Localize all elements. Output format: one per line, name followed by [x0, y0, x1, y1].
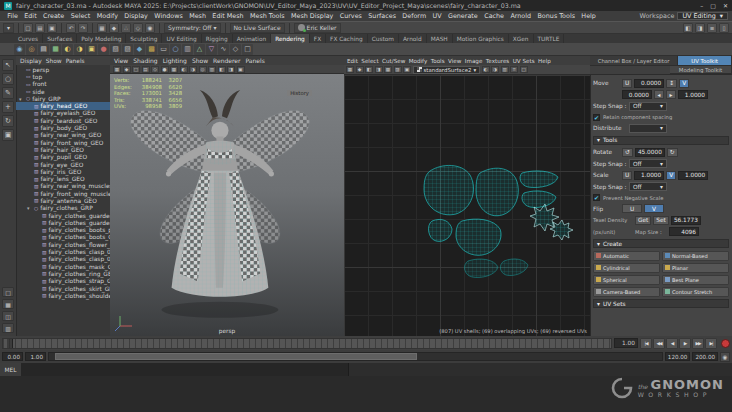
layout-split-lr-icon[interactable]: ◫ [2, 311, 14, 321]
uv-menu-item[interactable]: View [448, 58, 461, 64]
shelf-camera-icon[interactable]: ▭ [158, 44, 169, 55]
symmetry-dropdown[interactable]: Symmetry: Off ▾ [164, 23, 220, 33]
outliner-item[interactable]: ▭ side [16, 88, 110, 95]
tab-uv-toolkit[interactable]: UV Toolkit [678, 56, 732, 66]
menu-item[interactable]: Curves [337, 12, 366, 20]
outliner-item[interactable]: ▧ fairy_clothes_clasp_01_GEO1 [16, 248, 110, 255]
outliner-item[interactable]: ▧ fairy_pupil_GEO [16, 154, 110, 161]
menu-item[interactable]: Cache [481, 12, 507, 20]
uv-grid-icon[interactable]: ▦ [346, 66, 354, 73]
command-input[interactable] [22, 363, 349, 376]
menu-item[interactable]: Modify [94, 12, 122, 20]
viewport-menu-item[interactable]: Shading [133, 57, 157, 64]
animation-start-field[interactable]: 0.00 [2, 352, 23, 361]
decrement-button[interactable]: ◂ [654, 90, 664, 99]
uv-shells[interactable] [344, 75, 590, 336]
rotate-value-field[interactable]: 45.0000 [635, 148, 665, 157]
outliner-item[interactable]: ▧ fairy_clothes_ring_GEO [16, 270, 110, 277]
menu-item[interactable]: Help [578, 12, 599, 20]
auto-key-button[interactable] [721, 339, 730, 348]
selection-mask-dropdown[interactable]: ▾ [3, 23, 14, 33]
paint-select-tool-icon[interactable]: ✎ [2, 87, 14, 99]
workspace-dropdown[interactable]: UV Editing ▾ [677, 12, 728, 20]
uv-dim-icon[interactable]: ◐ [482, 66, 490, 73]
uv-menu-item[interactable]: Select [361, 58, 378, 64]
fairy-model[interactable] [110, 74, 344, 336]
outliner-item[interactable]: ▧ fairy_clothes_flower_GEO [16, 241, 110, 248]
step-forward-frame-button[interactable]: ▶▶ [692, 338, 704, 349]
shelf-plane-icon[interactable]: ▨ [122, 44, 133, 55]
spinner-icon[interactable]: ↕ [666, 79, 677, 88]
uv-menu-item[interactable]: Tools [431, 58, 445, 64]
menu-item[interactable]: Edit Mesh [209, 12, 247, 20]
snap-to-grid-icon[interactable]: ▦ [97, 23, 107, 33]
uv-menu-item[interactable]: Modify [409, 58, 428, 64]
uv-distortion-icon[interactable]: ▩ [384, 66, 392, 73]
outliner-item[interactable]: ▧ fairy_clothes_shoulder_gauntl [16, 292, 110, 299]
texel-set-button[interactable]: Set [653, 216, 669, 225]
shelf-tab[interactable]: Animation [233, 34, 272, 43]
menu-item[interactable]: Mesh Tools [247, 12, 288, 20]
playback-start-field[interactable]: 1.00 [25, 352, 46, 361]
layout-outliner-persp-icon[interactable]: ▥ [2, 323, 14, 333]
viewport-menu-item[interactable]: Lighting [163, 57, 187, 64]
menu-item[interactable]: Generate [445, 12, 481, 20]
projection-button[interactable]: Spherical [593, 275, 660, 285]
increment-button[interactable]: ▸ [666, 90, 676, 99]
rotate-tool-icon[interactable]: ↻ [2, 115, 14, 127]
outliner-item[interactable]: ▭ top [16, 73, 110, 80]
textured-icon[interactable]: ▩ [170, 66, 178, 73]
menu-item[interactable]: Surfaces [365, 12, 399, 20]
outliner-item[interactable]: ▧ fairy_clothes_strap_GEO1 [16, 278, 110, 285]
cap-icon[interactable]: ▣ [237, 66, 245, 73]
menu-item[interactable]: Bonus Tools [534, 12, 578, 20]
menu-item[interactable]: Windows [151, 12, 186, 20]
outliner-item[interactable]: ▧ fairy_antenna_GEO [16, 197, 110, 204]
step-snap-dropdown[interactable]: Off ▾ [629, 182, 667, 191]
outliner-item[interactable]: ▾ ○ fairy_clothes_GRP [16, 205, 110, 212]
outliner-menu-item[interactable]: Display [20, 58, 42, 64]
grid-toggle-icon[interactable]: ▤ [142, 66, 150, 73]
outliner-item[interactable]: ▧ fairy_rear_wing_muscles_GEO [16, 183, 110, 190]
uv-alpha-icon[interactable]: ◑ [491, 66, 499, 73]
shelf-volume-icon[interactable]: ▽ [206, 44, 217, 55]
live-surface-indicator[interactable]: No Live Surface [230, 23, 285, 33]
texel-get-button[interactable]: Get [635, 216, 651, 225]
projection-button[interactable]: Planar [662, 263, 729, 273]
redo-icon[interactable]: ↷ [78, 23, 88, 33]
shelf-shader-icon[interactable]: ◆ [134, 44, 145, 55]
viewport-menu-item[interactable]: Renderer [213, 57, 240, 64]
outliner-menu-item[interactable]: Panels [66, 58, 85, 64]
uv-menu-item[interactable]: UV Sets [513, 58, 535, 64]
shelf-tab[interactable]: Motion Graphics [453, 34, 509, 43]
uv-snap-icon[interactable]: ◆ [356, 66, 364, 73]
sidebar-toggle-icon[interactable]: ▯ [719, 23, 729, 33]
shelf-aov-icon[interactable]: ▥ [182, 44, 193, 55]
map-size-field[interactable]: 4096 [669, 227, 699, 236]
uv-frame-icon[interactable]: □ [520, 66, 528, 73]
shelf-tab[interactable]: Curves [14, 34, 43, 43]
range-slider-track[interactable] [48, 352, 663, 361]
menu-item[interactable]: Mesh [186, 12, 209, 20]
step-snap-dropdown[interactable]: Off ▾ [629, 159, 667, 168]
scale-v-button[interactable]: V [666, 171, 676, 180]
shelf-tab[interactable]: Arnold [399, 34, 427, 43]
shelf-stand-in-icon[interactable]: △ [194, 44, 205, 55]
outliner-item[interactable]: ▭ front [16, 81, 110, 88]
snap-icon[interactable]: ◆ [123, 66, 131, 73]
outliner-item[interactable]: ▧ fairy_teardust_GEO [16, 117, 110, 124]
make-live-icon[interactable]: ◉ [145, 23, 155, 33]
scale-tool-icon[interactable]: ▣ [2, 129, 14, 141]
outliner-item[interactable]: ▧ fairy_front_wing_GEO [16, 139, 110, 146]
open-scene-icon[interactable]: ▤ [35, 23, 45, 33]
uv-tile-icon[interactable]: ▥ [501, 66, 509, 73]
outliner-item[interactable]: ▧ fairy_eyelash_GEO [16, 110, 110, 117]
snap-to-curve-icon[interactable]: ◆ [109, 23, 119, 33]
minimize-button[interactable]: – [700, 2, 703, 9]
menu-item[interactable]: Edit [21, 12, 40, 20]
retain-spacing-checkbox[interactable]: ✔ [593, 114, 600, 121]
uv-menu-item[interactable]: Image [465, 58, 483, 64]
scale-u-button[interactable]: U [622, 171, 632, 180]
menu-item[interactable]: File [4, 12, 21, 20]
menu-item[interactable]: Mesh Display [288, 12, 337, 20]
